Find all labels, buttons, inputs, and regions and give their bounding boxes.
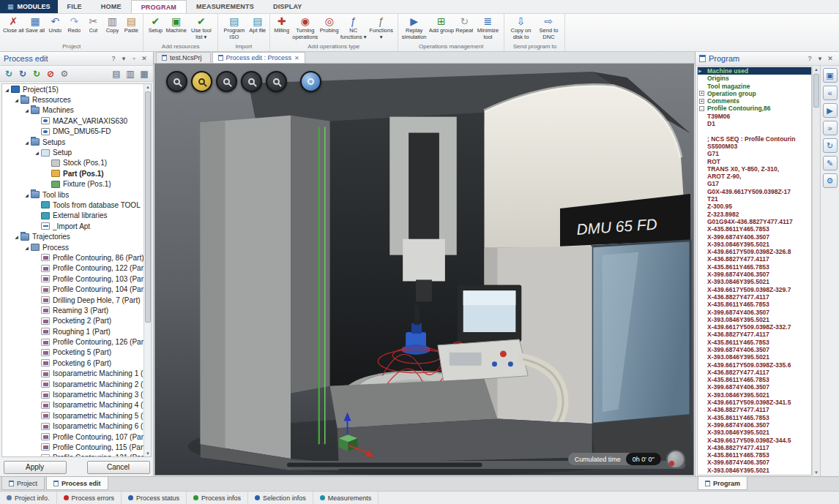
program-line[interactable]: X-436.8827Y477.4117	[698, 293, 811, 301]
disable-button[interactable]: ⊘	[45, 68, 56, 80]
line-expander-icon[interactable]: +	[699, 91, 704, 96]
tree-item[interactable]: ◢ Project(15)	[2, 84, 151, 94]
ribbon-button[interactable]: ✔ Use tool list ▾	[187, 15, 215, 40]
program-line[interactable]: X-399.6874Y406.3507	[698, 459, 811, 466]
machine-logo-button[interactable]	[666, 450, 685, 469]
tree-item[interactable]: Profile Contouring, 86 (Part)	[2, 252, 151, 263]
apply-button[interactable]: Apply	[4, 461, 67, 474]
tree-item[interactable]: Profile Contouring, 115 (Part)	[2, 442, 151, 452]
ribbon-button[interactable]: ◉ Turning operations	[291, 15, 319, 40]
program-line[interactable]: T21	[698, 195, 811, 203]
timeline-thumb[interactable]	[287, 463, 482, 467]
program-line[interactable]: G71	[698, 150, 811, 157]
tree-item[interactable]: ◢ Setup	[2, 147, 151, 157]
sync-button[interactable]: ↻	[823, 138, 838, 153]
layout-split-button[interactable]: ▥	[124, 68, 136, 80]
tree-item[interactable]: Isoparametric Machining 3 (Pa	[2, 389, 151, 399]
status-info-item[interactable]: Selection infos	[248, 492, 313, 504]
bottom-doc-tab[interactable]: Project	[1, 477, 45, 490]
program-line[interactable]: X-439.6617Y509.0398Z-344.5	[698, 437, 811, 444]
view-orientation-button[interactable]	[300, 71, 321, 92]
program-line[interactable]: Tool magazine	[698, 83, 811, 90]
tree-item[interactable]: Profile Contouring, 122 (Part)	[2, 263, 151, 274]
ribbon-button[interactable]: ▤ Apt file	[248, 15, 267, 34]
tree-scrollbar[interactable]: ▲ ▼	[143, 84, 151, 456]
panel-header-button[interactable]: ?	[805, 55, 815, 62]
ribbon-tab[interactable]: DISPLAY	[264, 0, 312, 13]
ribbon-button[interactable]: ⊞ Add group	[428, 15, 455, 34]
program-line[interactable]: X-439.6617Y509.0398Z-329.7	[698, 286, 811, 293]
scroll-up-icon[interactable]: ▲	[813, 67, 820, 72]
tree-item[interactable]: Reaming 3 (Part)	[2, 305, 151, 315]
panel-header-button[interactable]: ✕	[139, 55, 149, 62]
ribbon-tab[interactable]: HOME	[92, 0, 131, 13]
program-line[interactable]: X-439.6617Y509.0398Z-341.5	[698, 399, 811, 406]
zoom-window-button[interactable]	[191, 71, 212, 92]
program-line[interactable]: X-435.8611Y465.7853	[698, 451, 811, 459]
program-line[interactable]: Z-323.8982	[698, 211, 811, 218]
program-line[interactable]: X-393.0846Y395.5021	[698, 429, 811, 436]
ribbon-button[interactable]: ↶ Undo	[45, 15, 64, 34]
ribbon-button[interactable]: ✗ Close all	[2, 15, 25, 34]
tree-item[interactable]: Isoparametric Machining 5 (Pa	[2, 410, 151, 421]
tree-item[interactable]: ◢ Process	[2, 242, 151, 252]
program-line[interactable]: X-399.6874Y406.3507	[698, 383, 811, 391]
tree-expander-icon[interactable]: ◢	[4, 87, 10, 92]
program-line[interactable]: X-393.0846Y395.5021	[698, 241, 811, 248]
tree-expander-icon[interactable]: ◢	[34, 150, 40, 155]
program-line[interactable]: ; NCS SEQ : Profile Contourin	[698, 135, 811, 143]
tree-item[interactable]: Pocketing 2 (Part)	[2, 316, 151, 326]
tree-item[interactable]: Isoparametric Machining 6 (Pa	[2, 421, 151, 432]
zoom-previous-button[interactable]	[266, 71, 287, 92]
program-line[interactable]: + Comments	[698, 97, 811, 105]
layout-list-button[interactable]: ▤	[111, 68, 122, 80]
tree-item[interactable]: ◢ Tool libs	[2, 189, 151, 200]
ribbon-button[interactable]: ▥ Copy	[102, 15, 122, 34]
program-line[interactable]: X-436.8827Y477.4117	[698, 444, 811, 451]
ribbon-button[interactable]: ▣ Machine	[165, 15, 187, 34]
panel-header-button[interactable]: ✕	[825, 55, 835, 62]
settings-button[interactable]: ⚙	[59, 68, 70, 80]
program-line[interactable]: - Profile Contouring,86	[698, 105, 811, 112]
ribbon-button[interactable]: ⇩ Copy on disk to DNC	[507, 15, 534, 40]
line-expander-icon[interactable]: +	[699, 99, 704, 104]
scroll-down-icon[interactable]: ▼	[144, 451, 152, 456]
layout-grid-button[interactable]: ▦	[138, 68, 150, 80]
tree-item[interactable]: Profile Contouring, 104 (Part)	[2, 284, 151, 294]
ribbon-tab[interactable]: FILE	[58, 0, 92, 13]
tree-expander-icon[interactable]: ◢	[23, 108, 30, 113]
step-back-button[interactable]: «	[823, 86, 838, 100]
tree-item[interactable]: Isoparametric Machining 4 (Pa	[2, 400, 151, 410]
program-line[interactable]: X-436.8827Y477.4117	[698, 255, 811, 263]
tree-item[interactable]: MAZAK_VARIAXIS630	[2, 116, 151, 126]
tree-expander-icon[interactable]: ◢	[13, 234, 20, 239]
zoom-dynamic-button[interactable]	[241, 71, 262, 92]
scroll-thumb[interactable]	[145, 91, 151, 323]
step-forward-button[interactable]: »	[823, 121, 838, 135]
program-line[interactable]: X-436.8827Y477.4117	[698, 331, 811, 338]
tree-item[interactable]: ◢ Machines	[2, 105, 151, 116]
zoom-selection-button[interactable]	[216, 71, 237, 92]
recalculate-button[interactable]: ↻	[17, 68, 29, 80]
tree-expander-icon[interactable]: ◢	[23, 245, 30, 250]
status-info-item[interactable]: Measurements	[313, 492, 379, 504]
tree-item[interactable]: Tools from database TOOL	[2, 200, 151, 210]
tree-item[interactable]: ◢ Trajectories	[2, 231, 151, 241]
tree-item[interactable]: Stock (Pos.1)	[2, 158, 151, 168]
tree-item[interactable]: Profile Contouring, 107 (Part)	[2, 432, 151, 442]
status-info-item[interactable]: Process status	[122, 492, 187, 504]
program-line[interactable]: X-399.6874Y406.3507	[698, 233, 811, 241]
program-line[interactable]: X-435.8611Y465.7853	[698, 414, 811, 421]
ribbon-button[interactable]: ▤ Paste	[122, 15, 141, 34]
tree-item[interactable]: Roughing 1 (Part)	[2, 326, 151, 336]
panel-header-button[interactable]: ▾	[815, 55, 825, 62]
program-settings-button[interactable]: ⚙	[823, 173, 838, 188]
program-line[interactable]: Machine used	[698, 67, 811, 75]
ribbon-button[interactable]: ✚ Milling	[272, 15, 291, 34]
program-line[interactable]: X-393.0846Y395.5021	[698, 467, 811, 474]
document-tab[interactable]: test.NcsPrj	[156, 52, 211, 63]
cancel-button[interactable]: Cancel	[87, 461, 150, 474]
tree-item[interactable]: ◢ Setups	[2, 137, 151, 147]
tree-item[interactable]: Profile Contouring, 121 (Part)	[2, 453, 151, 457]
ribbon-button[interactable]: ⇨ Send to DNC	[534, 15, 562, 40]
